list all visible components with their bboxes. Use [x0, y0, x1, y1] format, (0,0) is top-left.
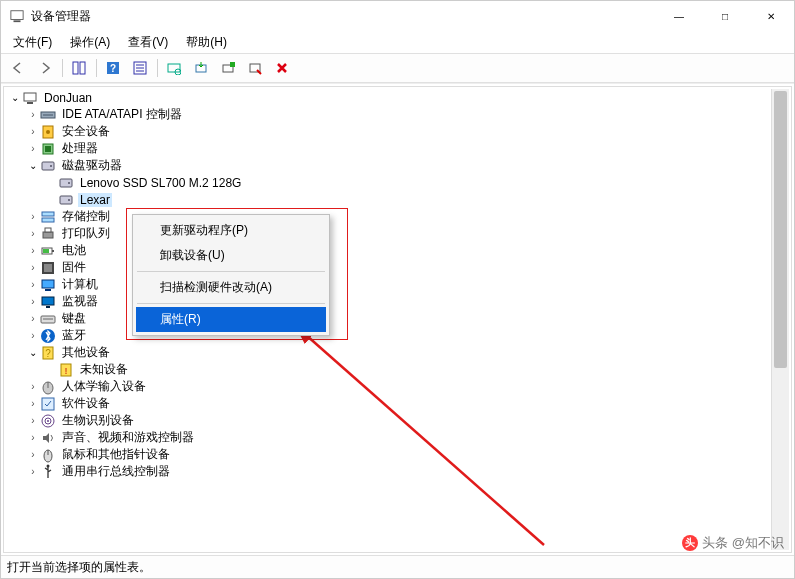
maximize-button[interactable]: □ [702, 1, 748, 31]
expander-icon[interactable]: ⌄ [26, 346, 40, 360]
unknown-device-icon: ! [58, 362, 74, 378]
tree-node[interactable]: ›存储控制 [4, 208, 791, 225]
tree-node-label: 其他设备 [60, 344, 112, 361]
svg-rect-14 [230, 62, 235, 67]
expander-icon[interactable]: › [26, 125, 40, 139]
expander-icon[interactable]: › [26, 108, 40, 122]
tree-node[interactable]: ›人体学输入设备 [4, 378, 791, 395]
svg-text:!: ! [65, 366, 68, 376]
svg-rect-23 [45, 146, 51, 152]
svg-rect-28 [60, 196, 72, 204]
expander-icon[interactable]: › [26, 227, 40, 241]
tree-node[interactable]: !未知设备 [4, 361, 791, 378]
tree-node[interactable]: ›键盘 [4, 310, 791, 327]
expander-icon[interactable]: › [26, 312, 40, 326]
battery-icon [40, 243, 56, 259]
tree-node[interactable]: ›处理器 [4, 140, 791, 157]
disable-icon[interactable] [242, 56, 268, 80]
expander-icon[interactable]: › [26, 142, 40, 156]
svg-rect-39 [42, 280, 54, 288]
expander-icon[interactable]: ⌄ [8, 91, 22, 105]
tree-node[interactable]: ›通用串行总线控制器 [4, 463, 791, 480]
expander-icon[interactable]: ⌄ [26, 159, 40, 173]
show-hide-icon[interactable] [66, 56, 92, 80]
menu-file[interactable]: 文件(F) [5, 32, 60, 53]
expander-icon[interactable]: › [26, 210, 40, 224]
back-icon[interactable] [5, 56, 31, 80]
svg-rect-24 [42, 162, 54, 170]
toolbar-separator [62, 59, 63, 77]
svg-rect-35 [52, 250, 54, 252]
firmware-icon [40, 260, 56, 276]
context-menu-item[interactable]: 扫描检测硬件改动(A) [136, 275, 326, 300]
tree-node[interactable]: ›软件设备 [4, 395, 791, 412]
tree-node-label: 声音、视频和游戏控制器 [60, 429, 196, 446]
tree-node[interactable]: ›电池 [4, 242, 791, 259]
minimize-button[interactable]: — [656, 1, 702, 31]
tree-node[interactable]: ›IDE ATA/ATAPI 控制器 [4, 106, 791, 123]
expander-icon[interactable]: › [26, 397, 40, 411]
context-menu: 更新驱动程序(P)卸载设备(U)扫描检测硬件改动(A)属性(R) [132, 214, 330, 336]
client-area: ⌄DonJuan›IDE ATA/ATAPI 控制器›安全设备›处理器⌄磁盘驱动… [1, 83, 794, 555]
context-menu-item[interactable]: 属性(R) [136, 307, 326, 332]
tree-node[interactable]: ›鼠标和其他指针设备 [4, 446, 791, 463]
device-tree-container[interactable]: ⌄DonJuan›IDE ATA/ATAPI 控制器›安全设备›处理器⌄磁盘驱动… [3, 86, 792, 553]
scrollbar-thumb[interactable] [774, 91, 787, 368]
expander-icon[interactable]: › [26, 431, 40, 445]
tree-node[interactable]: ›监视器 [4, 293, 791, 310]
tree-node-label: 蓝牙 [60, 327, 88, 344]
computer-root-icon [22, 90, 38, 106]
sound-icon [40, 430, 56, 446]
context-menu-item[interactable]: 卸载设备(U) [136, 243, 326, 268]
context-menu-item[interactable]: 更新驱动程序(P) [136, 218, 326, 243]
device-manager-window: 设备管理器 — □ ✕ 文件(F) 操作(A) 查看(V) 帮助(H) ? ⌄D… [0, 0, 795, 579]
menu-view[interactable]: 查看(V) [120, 32, 176, 53]
printer-icon [40, 226, 56, 242]
expander-icon[interactable]: › [26, 414, 40, 428]
toolbar-separator [157, 59, 158, 77]
tree-root[interactable]: ⌄DonJuan [4, 89, 791, 106]
titlebar: 设备管理器 — □ ✕ [1, 1, 794, 31]
menu-action[interactable]: 操作(A) [62, 32, 118, 53]
svg-rect-40 [45, 289, 51, 291]
tree-node[interactable]: ⌄磁盘驱动器 [4, 157, 791, 174]
tree-node-label: 未知设备 [78, 361, 130, 378]
stop-icon[interactable] [269, 56, 295, 80]
tree-node[interactable]: ›计算机 [4, 276, 791, 293]
expander-icon[interactable]: › [26, 244, 40, 258]
expander-spacer [44, 363, 58, 377]
mouse-icon [40, 447, 56, 463]
close-button[interactable]: ✕ [748, 1, 794, 31]
svg-rect-36 [43, 249, 49, 253]
tree-node[interactable]: Lenovo SSD SL700 M.2 128G [4, 174, 791, 191]
cpu-icon [40, 141, 56, 157]
tree-node[interactable]: ›生物识别设备 [4, 412, 791, 429]
tree-node[interactable]: ›安全设备 [4, 123, 791, 140]
tree-node[interactable]: ⌄?其他设备 [4, 344, 791, 361]
uninstall-icon[interactable] [215, 56, 241, 80]
menu-help[interactable]: 帮助(H) [178, 32, 235, 53]
keyboard-icon [40, 311, 56, 327]
scan-hardware-icon[interactable] [161, 56, 187, 80]
tree-node[interactable]: ›声音、视频和游戏控制器 [4, 429, 791, 446]
tree-node[interactable]: Lexar [4, 191, 791, 208]
help-icon[interactable]: ? [100, 56, 126, 80]
expander-icon[interactable]: › [26, 295, 40, 309]
tree-node[interactable]: ›打印队列 [4, 225, 791, 242]
expander-icon[interactable]: › [26, 329, 40, 343]
forward-icon[interactable] [32, 56, 58, 80]
tree-node[interactable]: ›蓝牙 [4, 327, 791, 344]
expander-icon[interactable]: › [26, 261, 40, 275]
expander-icon[interactable]: › [26, 380, 40, 394]
tree-node-label: 磁盘驱动器 [60, 157, 124, 174]
update-driver-icon[interactable] [188, 56, 214, 80]
expander-icon[interactable]: › [26, 465, 40, 479]
svg-rect-17 [27, 102, 33, 104]
properties-icon[interactable] [127, 56, 153, 80]
vertical-scrollbar[interactable] [771, 89, 789, 550]
tree-node[interactable]: ›固件 [4, 259, 791, 276]
svg-rect-30 [42, 212, 54, 216]
usb-icon [40, 464, 56, 480]
expander-icon[interactable]: › [26, 448, 40, 462]
expander-icon[interactable]: › [26, 278, 40, 292]
